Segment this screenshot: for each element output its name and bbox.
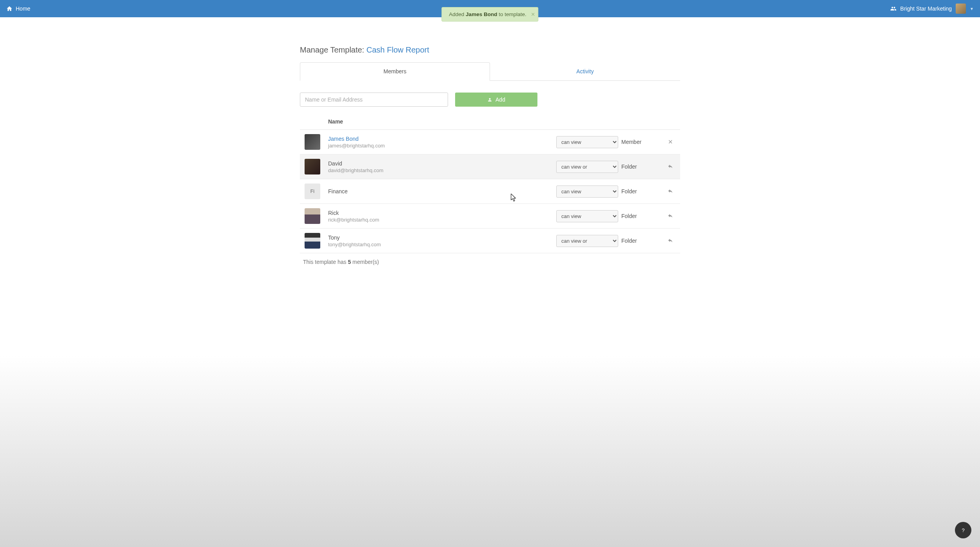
relation-label: Folder (621, 213, 664, 219)
col-name: Name (328, 118, 343, 125)
member-info: Tonytony@brightstarhq.com (328, 234, 556, 247)
toast-prefix: Added (449, 11, 466, 17)
table-row: James Bondjames@brightstarhq.comcan view… (300, 130, 680, 154)
org-name: Bright Star Marketing (900, 5, 952, 12)
home-icon (6, 5, 13, 12)
member-name: Finance (328, 188, 556, 194)
relation-label: Member (621, 139, 664, 145)
member-input[interactable] (300, 93, 448, 107)
member-name: David (328, 160, 556, 167)
reply-icon (667, 238, 673, 243)
reply-button[interactable] (664, 164, 676, 170)
user-icon (487, 97, 492, 102)
help-button[interactable]: ? (955, 522, 971, 538)
member-name[interactable]: James Bond (328, 136, 556, 142)
reply-button[interactable] (664, 238, 676, 244)
member-name: Tony (328, 234, 556, 241)
member-info: Daviddavid@brightstarhq.com (328, 160, 556, 173)
members-table: Name James Bondjames@brightstarhq.comcan… (300, 115, 680, 253)
table-row: Tonytony@brightstarhq.comcan view orFold… (300, 229, 680, 253)
member-email: david@brightstarhq.com (328, 167, 556, 173)
people-icon (890, 5, 897, 12)
permission-select[interactable]: can view or (556, 235, 618, 247)
toast: Added James Bond to template. × (441, 7, 538, 22)
member-avatar (305, 159, 320, 174)
remove-button[interactable]: ✕ (664, 138, 676, 145)
member-info: Finance (328, 188, 556, 194)
template-link[interactable]: Cash Flow Report (367, 45, 429, 54)
close-icon[interactable]: × (531, 11, 535, 18)
reply-icon (667, 213, 673, 218)
tab-members[interactable]: Members (300, 62, 490, 81)
reply-icon (667, 188, 673, 194)
table-row: FiFinancecan viewFolder (300, 179, 680, 204)
add-member-form: Add (300, 93, 680, 107)
permission-select[interactable]: can view (556, 210, 618, 222)
member-avatar (305, 208, 320, 224)
table-row: Daviddavid@brightstarhq.comcan view orFo… (300, 154, 680, 179)
member-avatar (305, 134, 320, 150)
member-info: Rickrick@brightstarhq.com (328, 210, 556, 223)
toast-name: James Bond (466, 11, 497, 17)
relation-label: Folder (621, 238, 664, 244)
page-title: Manage Template: Cash Flow Report (300, 45, 680, 55)
tabs: Members Activity (300, 62, 680, 81)
member-name: Rick (328, 210, 556, 216)
page-title-prefix: Manage Template: (300, 45, 367, 54)
member-avatar: Fi (305, 184, 320, 199)
tab-activity[interactable]: Activity (490, 62, 680, 80)
home-label: Home (16, 5, 30, 12)
help-icon: ? (962, 527, 964, 533)
add-button[interactable]: Add (455, 93, 537, 107)
member-email: tony@brightstarhq.com (328, 242, 556, 247)
table-row: Rickrick@brightstarhq.comcan viewFolder (300, 204, 680, 229)
org-switcher[interactable]: Bright Star Marketing ▼ (890, 4, 974, 14)
member-count: This template has 5 member(s) (300, 253, 680, 271)
permission-select[interactable]: can view (556, 185, 618, 198)
permission-select[interactable]: can view or (556, 161, 618, 173)
chevron-down-icon: ▼ (970, 7, 974, 11)
close-icon: ✕ (668, 138, 673, 145)
member-info: James Bondjames@brightstarhq.com (328, 136, 556, 149)
member-avatar (305, 233, 320, 249)
table-header: Name (300, 115, 680, 130)
relation-label: Folder (621, 164, 664, 170)
permission-select[interactable]: can view (556, 136, 618, 148)
relation-label: Folder (621, 188, 664, 194)
main-container: Manage Template: Cash Flow Report Member… (300, 17, 680, 271)
reply-icon (667, 164, 673, 169)
reply-button[interactable] (664, 188, 676, 195)
member-email: rick@brightstarhq.com (328, 217, 556, 223)
toast-suffix: to template. (497, 11, 526, 17)
add-button-label: Add (495, 96, 505, 103)
user-avatar (956, 4, 966, 14)
member-email: james@brightstarhq.com (328, 143, 556, 149)
home-link[interactable]: Home (6, 5, 30, 12)
reply-button[interactable] (664, 213, 676, 220)
